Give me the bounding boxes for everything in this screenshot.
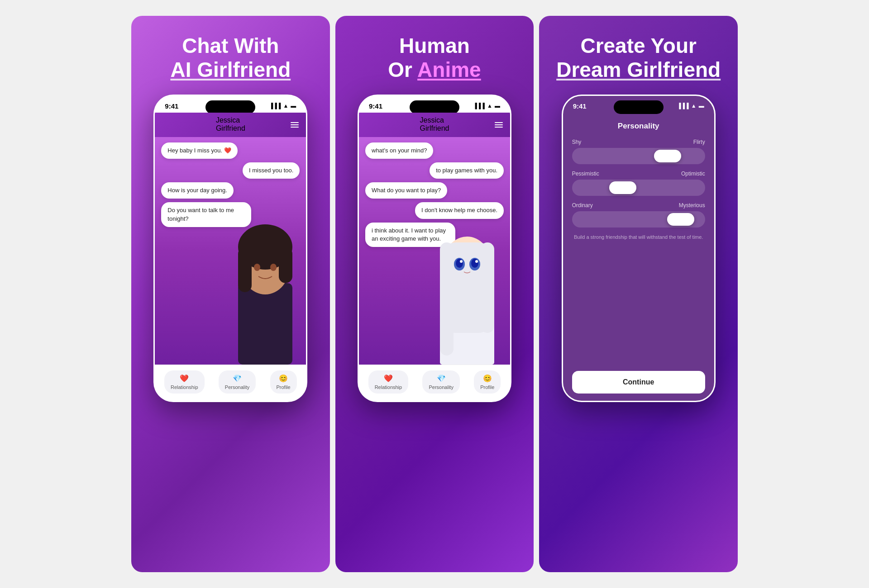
slider-labels-3: Ordinary Mysterious <box>572 202 705 209</box>
slider-1-right: Flirty <box>693 139 705 145</box>
chat-area-2: what's on your mind? to play games with … <box>359 137 510 365</box>
panel-2: Human Or Anime 9:41 ▐▐▐ ▲ ▬ <box>335 16 534 572</box>
nav-emoji-rel-2: ❤️ <box>384 374 393 383</box>
panel-2-highlight: Anime <box>417 58 481 81</box>
slider-3-left: Ordinary <box>572 202 593 209</box>
slider-2-left: Pessimistic <box>572 171 599 177</box>
character-human <box>224 193 306 365</box>
bottom-nav-1: ❤️ Relationship 💎 Personality 😊 Profile <box>155 365 306 401</box>
slider-row-1: Shy Flirty <box>572 139 705 164</box>
time-2: 9:41 <box>369 102 382 110</box>
panel-1-heading: Chat With AI Girlfriend <box>170 34 291 82</box>
phone-2-header: Jessica Girlfriend <box>359 113 510 137</box>
nav-label-prof-1: Profile <box>277 384 291 390</box>
battery-icon-3: ▬ <box>699 103 704 109</box>
status-bar-2: 9:41 ▐▐▐ ▲ ▬ <box>359 96 510 113</box>
personality-screen: Personality Shy Flirty <box>563 113 714 401</box>
slider-track-2[interactable] <box>572 180 705 196</box>
nav-personality-1[interactable]: 💎 Personality <box>219 370 256 394</box>
bubble-1-1: I missed you too. <box>243 162 300 179</box>
nav-profile-2[interactable]: 😊 Profile <box>474 370 501 394</box>
dynamic-island-3 <box>614 100 664 114</box>
svg-rect-12 <box>481 242 494 333</box>
nav-emoji-prof-2: 😊 <box>483 374 492 383</box>
dynamic-island-1 <box>205 100 255 114</box>
svg-point-17 <box>460 260 463 263</box>
nav-emoji-pers-1: 💎 <box>233 374 242 383</box>
slider-2-right: Optimistic <box>681 171 705 177</box>
nav-label-prof-2: Profile <box>480 384 494 390</box>
svg-point-15 <box>456 259 463 268</box>
svg-rect-11 <box>440 242 454 356</box>
bubble-2-1: to play games with you. <box>430 162 504 179</box>
contact-name-1: Jessica <box>216 116 245 124</box>
dynamic-island-2 <box>410 100 459 114</box>
nav-label-pers-2: Personality <box>429 384 453 390</box>
contact-sub-1: Girlfriend <box>216 124 245 133</box>
nav-emoji-prof-1: 😊 <box>279 374 288 383</box>
svg-point-18 <box>475 260 478 263</box>
slider-thumb-1[interactable] <box>654 150 681 162</box>
wifi-icon-2: ▲ <box>487 103 492 109</box>
slider-labels-2: Pessimistic Optimistic <box>572 171 705 177</box>
status-icons-2: ▐▐▐ ▲ ▬ <box>473 103 500 109</box>
panel-1-heading-line2: AI Girlfriend <box>170 58 291 82</box>
slider-track-1[interactable] <box>572 148 705 164</box>
phone-1-header: Jessica Girlfriend <box>155 113 306 137</box>
nav-label-rel-2: Relationship <box>375 384 402 390</box>
phone-3: 9:41 ▐▐▐ ▲ ▬ Personality Shy <box>562 95 716 402</box>
status-icons-3: ▐▐▐ ▲ ▬ <box>677 103 704 109</box>
slider-3-right: Mysterious <box>679 202 705 209</box>
nav-label-rel-1: Relationship <box>171 384 198 390</box>
bubble-1-2: How is your day going. <box>161 182 234 199</box>
time-1: 9:41 <box>165 102 178 110</box>
nav-relationship-1[interactable]: ❤️ Relationship <box>164 370 205 394</box>
slider-track-3[interactable] <box>572 211 705 228</box>
wifi-icon: ▲ <box>283 103 288 109</box>
nav-relationship-2[interactable]: ❤️ Relationship <box>368 370 409 394</box>
chat-area-1: Hey baby I miss you. ❤️ I missed you too… <box>155 137 306 365</box>
phone-3-wrapper: 9:41 ▐▐▐ ▲ ▬ Personality Shy <box>553 95 724 559</box>
panels-container: Chat With AI Girlfriend 9:41 ▐▐▐ ▲ ▬ <box>131 16 738 572</box>
panel-3-heading: Create Your Dream Girlfriend <box>556 34 721 82</box>
signal-icon: ▐▐▐ <box>269 103 281 109</box>
continue-button[interactable]: Continue <box>572 371 705 394</box>
slider-labels-1: Shy Flirty <box>572 139 705 145</box>
panel-2-heading-line1: Human <box>388 34 481 58</box>
svg-rect-0 <box>238 283 292 365</box>
slider-thumb-3[interactable] <box>667 213 694 226</box>
slider-row-2: Pessimistic Optimistic <box>572 171 705 196</box>
phone-1-wrapper: 9:41 ▐▐▐ ▲ ▬ Jessica Girlfriend <box>145 95 316 559</box>
status-bar-1: 9:41 ▐▐▐ ▲ ▬ <box>155 96 306 113</box>
slider-thumb-2[interactable] <box>609 181 636 194</box>
signal-icon-2: ▐▐▐ <box>473 103 485 109</box>
svg-point-6 <box>270 264 277 271</box>
bubble-2-0: what's on your mind? <box>365 142 433 159</box>
status-icons-1: ▐▐▐ ▲ ▬ <box>269 103 296 109</box>
personality-title: Personality <box>572 122 705 131</box>
contact-info-2: Jessica Girlfriend <box>420 116 449 133</box>
contact-info-1: Jessica Girlfriend <box>216 116 245 133</box>
bottom-nav-2: ❤️ Relationship 💎 Personality 😊 Profile <box>359 365 510 401</box>
panel-1-heading-line1: Chat With <box>170 34 291 58</box>
bubble-1-0: Hey baby I miss you. ❤️ <box>161 142 237 159</box>
slider-1-left: Shy <box>572 139 582 145</box>
phone-2: 9:41 ▐▐▐ ▲ ▬ Jessica Girlfriend <box>358 95 511 402</box>
character-anime <box>424 184 510 365</box>
nav-personality-2[interactable]: 💎 Personality <box>422 370 459 394</box>
nav-emoji-rel-1: ❤️ <box>180 374 189 383</box>
personality-description: Build a strong friendship that will with… <box>572 234 705 241</box>
menu-icon-2[interactable] <box>495 122 503 128</box>
contact-sub-2: Girlfriend <box>420 124 449 133</box>
svg-rect-3 <box>238 247 252 292</box>
phone-2-wrapper: 9:41 ▐▐▐ ▲ ▬ Jessica Girlfriend <box>349 95 520 559</box>
nav-profile-1[interactable]: 😊 Profile <box>270 370 297 394</box>
nav-emoji-pers-2: 💎 <box>437 374 446 383</box>
wifi-icon-3: ▲ <box>691 103 697 109</box>
panel-3-heading-line1: Create Your <box>556 34 721 58</box>
status-bar-3: 9:41 ▐▐▐ ▲ ▬ <box>563 96 714 113</box>
battery-icon: ▬ <box>291 103 296 109</box>
svg-point-16 <box>471 259 478 268</box>
signal-icon-3: ▐▐▐ <box>677 103 689 109</box>
menu-icon-1[interactable] <box>291 122 299 128</box>
